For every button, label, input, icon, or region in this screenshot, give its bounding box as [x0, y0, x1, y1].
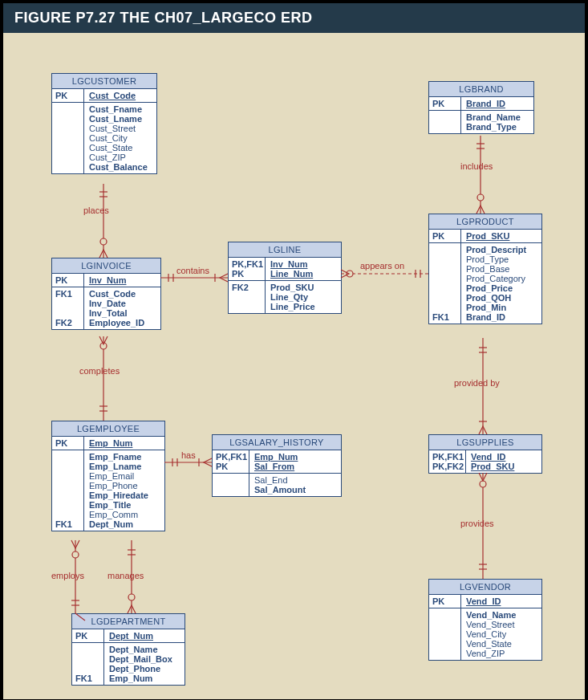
figure-frame: FIGURE P7.27 THE CH07_LARGECO ERD LGCUST… [0, 0, 588, 700]
rel-appears-on: appears on [360, 261, 404, 271]
rel-has: has [181, 450, 196, 460]
figure-title: FIGURE P7.27 THE CH07_LARGECO ERD [3, 3, 585, 33]
svg-point-9 [347, 271, 353, 277]
entity-title: LGCUSTOMER [52, 74, 156, 89]
svg-point-3 [100, 238, 107, 245]
rel-provides: provides [460, 519, 494, 528]
entity-lgsalary-history: LGSALARY_HISTORY PK,FK1 PK Emp_Num Sal_F… [212, 434, 342, 497]
entity-lgcustomer: LGCUSTOMER PK Cust_Code Cust_Fname Cust_… [51, 73, 157, 174]
svg-point-17 [100, 343, 107, 349]
svg-point-38 [480, 481, 486, 487]
entity-lgsupplies: LGSUPPLIES PK,FK1 PK,FK2 Vend_ID Prod_SK… [428, 434, 542, 474]
entity-lgvendor: LGVENDOR PK Vend_ID Vend_Name Vend_Stree… [428, 579, 542, 661]
entity-lgemployee: LGEMPLOYEE PK Emp_Num FK1 Emp_Fname Emp_… [51, 421, 165, 531]
entity-lgdepartment: LGDEPARTMENT PK Dept_Num FK1 Dept_Name D… [71, 613, 185, 686]
entity-lgbrand: LGBRAND PK Brand_ID Brand_Name Brand_Typ… [428, 81, 534, 134]
rel-provided-by: provided by [454, 378, 500, 388]
erd-canvas: LGCUSTOMER PK Cust_Code Cust_Fname Cust_… [3, 33, 585, 699]
entity-lgproduct: LGPRODUCT PK Prod_SKU FK1 Prod_Descript … [428, 214, 542, 324]
svg-point-15 [477, 194, 484, 201]
svg-point-32 [128, 594, 135, 600]
rel-completes: completes [79, 366, 120, 376]
entity-lgline: LGLINE PK,FK1 PK Inv_Num Line_Num FK2 Pr… [228, 242, 342, 314]
rel-contains: contains [176, 266, 209, 275]
rel-places: places [83, 206, 109, 215]
entity-lginvoice: LGINVOICE PK Inv_Num FK1 FK2 Cust_Code I… [51, 258, 161, 330]
rel-employs: employs [51, 571, 84, 580]
rel-manages: manages [107, 571, 144, 580]
svg-point-26 [72, 551, 79, 558]
rel-includes: includes [460, 161, 493, 171]
